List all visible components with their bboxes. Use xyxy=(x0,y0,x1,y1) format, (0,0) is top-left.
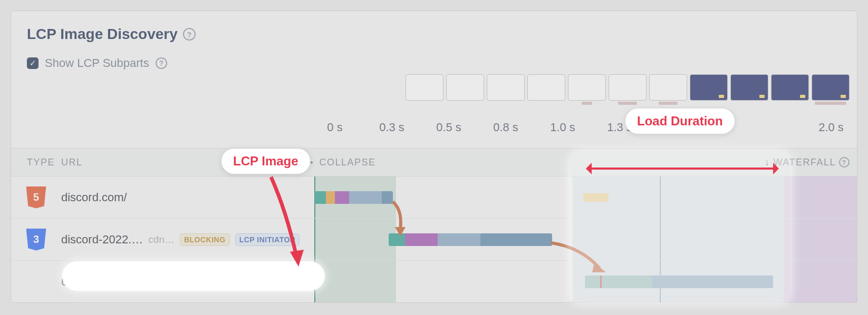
filmstrip-thumb[interactable] xyxy=(649,74,687,101)
filmstrip xyxy=(406,74,850,105)
filmstrip-thumb[interactable] xyxy=(406,74,443,101)
css3-icon: 3 xyxy=(26,229,46,251)
blocking-badge: BLOCKING xyxy=(180,233,230,246)
load-duration-callout: Load Duration xyxy=(625,109,735,134)
time-tick: 0 s xyxy=(306,121,363,134)
show-subparts-label: Show LCP Subparts xyxy=(45,56,149,70)
time-tick: 2.0 s xyxy=(813,121,850,134)
show-subparts-checkbox[interactable]: ✓ xyxy=(27,57,38,69)
filmstrip-thumb[interactable] xyxy=(690,74,728,101)
panel-title-row: LCP Image Discovery ? xyxy=(11,11,857,48)
time-tick: 0.8 s xyxy=(477,121,534,134)
annotation-arrow xyxy=(587,168,777,170)
svg-marker-2 xyxy=(290,250,304,267)
time-tick: 0.5 s xyxy=(420,121,477,134)
lcp-image-callout: LCP Image xyxy=(221,149,310,174)
html5-icon: 5 xyxy=(26,186,46,209)
load-duration-highlight xyxy=(571,152,790,302)
time-axis: 0 s 0.3 s 0.5 s 0.8 s 1.0 s 1.3 s 2.0 s xyxy=(306,121,850,134)
column-type: TYPE xyxy=(11,157,61,168)
help-icon[interactable]: ? xyxy=(839,157,850,168)
filmstrip-thumb[interactable] xyxy=(568,74,606,101)
annotation-arrow xyxy=(263,174,315,271)
initiator-arrow xyxy=(385,200,412,242)
waterfall-bar xyxy=(315,191,393,204)
time-tick: 1.0 s xyxy=(534,121,591,134)
help-icon[interactable]: ? xyxy=(156,57,167,69)
svg-marker-0 xyxy=(395,227,406,237)
waterfall-bar xyxy=(389,233,552,246)
request-url: discord-2022.… xyxy=(61,233,143,247)
filmstrip-thumb[interactable] xyxy=(446,74,484,101)
filmstrip-thumb[interactable] xyxy=(527,74,565,101)
collapse-button[interactable]: → COLLAPSE xyxy=(304,155,376,169)
subparts-toggle-row: ✓ Show LCP Subparts ? xyxy=(11,48,857,70)
time-tick: 0.3 s xyxy=(363,121,420,134)
panel-title: LCP Image Discovery xyxy=(27,26,178,43)
help-icon[interactable]: ? xyxy=(183,28,196,41)
filmstrip-thumb[interactable] xyxy=(730,74,768,101)
request-host: cdn… xyxy=(148,234,175,245)
filmstrip-thumb[interactable] xyxy=(771,74,809,101)
filmstrip-thumb[interactable] xyxy=(609,74,647,101)
request-url: discord.com/ xyxy=(61,191,127,204)
filmstrip-thumb[interactable] xyxy=(812,74,850,101)
filmstrip-thumb[interactable] xyxy=(487,74,525,101)
